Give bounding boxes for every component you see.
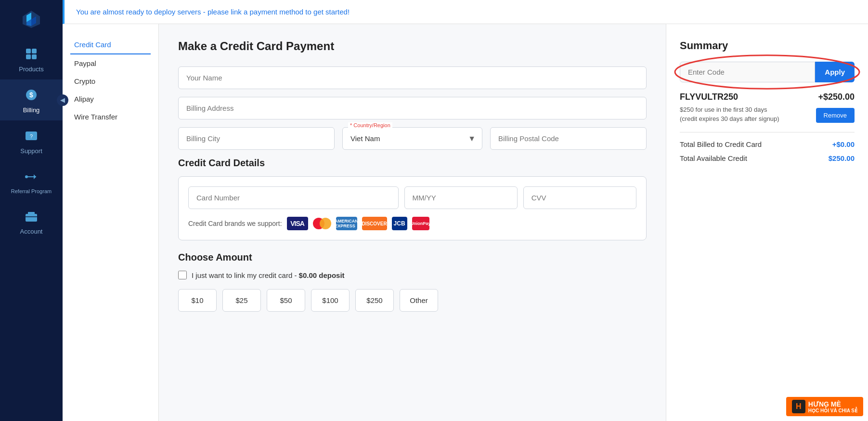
link-card-label: I just want to link my credit card - $0.… xyxy=(192,271,345,279)
amex-icon: AMERICAN EXPRESS xyxy=(336,217,357,230)
left-nav: Credit Card Paypal Crypto Alipay Wire Tr… xyxy=(63,24,159,421)
svg-rect-15 xyxy=(26,214,37,222)
summary-panel: Summary Apply FLYVULTR250 +$250.00 $250 … xyxy=(666,24,868,421)
svg-marker-13 xyxy=(34,174,36,179)
form-area: Make a Credit Card Payment * Country/Reg… xyxy=(159,24,666,421)
amount-other-button[interactable]: Other xyxy=(400,289,438,312)
amount-50-button[interactable]: $50 xyxy=(267,289,305,312)
promo-info-row: $250 for use in the first 30 days (credi… xyxy=(680,106,855,124)
banner: You are almost ready to deploy servers -… xyxy=(63,0,868,24)
country-select[interactable]: Viet Nam xyxy=(342,127,482,150)
sidebar-label-billing: Billing xyxy=(23,106,40,114)
billing-postal-input[interactable] xyxy=(490,127,647,150)
nav-item-crypto[interactable]: Crypto xyxy=(70,72,151,90)
billing-icon: $ xyxy=(23,86,40,104)
form-title: Make a Credit Card Payment xyxy=(178,39,647,53)
promo-code-row: Apply xyxy=(680,62,855,82)
jcb-icon: JCB xyxy=(392,217,407,230)
card-number-input[interactable] xyxy=(188,186,399,209)
choose-amount-title: Choose Amount xyxy=(178,252,647,263)
promo-descriptions: $250 for use in the first 30 days (credi… xyxy=(680,106,779,124)
referral-icon xyxy=(23,168,40,185)
card-brands: Credit Card brands we support: VISA AMER… xyxy=(188,217,636,230)
summary-title: Summary xyxy=(680,39,855,52)
promo-input[interactable] xyxy=(680,62,815,82)
svg-rect-6 xyxy=(26,54,31,59)
watermark-logo: H xyxy=(792,400,805,413)
total-billed-row: Total Billed to Credit Card +$0.00 xyxy=(680,140,855,148)
discover-icon: DISCOVER xyxy=(362,217,387,230)
nav-item-alipay[interactable]: Alipay xyxy=(70,90,151,108)
svg-rect-5 xyxy=(32,49,37,53)
country-label: * Country/Region xyxy=(348,122,392,128)
billing-address-input[interactable] xyxy=(178,97,647,119)
svg-rect-4 xyxy=(26,49,31,53)
card-details-box: Credit Card brands we support: VISA AMER… xyxy=(178,176,647,240)
sidebar-label-referral: Referral Program xyxy=(11,188,52,194)
content-area: Credit Card Paypal Crypto Alipay Wire Tr… xyxy=(63,24,868,421)
products-icon xyxy=(23,45,40,63)
card-brands-label: Credit Card brands we support: xyxy=(188,220,282,227)
visa-icon: VISA xyxy=(287,217,308,230)
sidebar-item-referral[interactable]: Referral Program xyxy=(0,161,63,201)
promo-code-amount: +$250.00 xyxy=(818,92,855,102)
promo-code-label-row: FLYVULTR250 +$250.00 xyxy=(680,92,855,102)
total-credit-row: Total Available Credit $250.00 xyxy=(680,154,855,162)
svg-point-14 xyxy=(25,175,28,178)
link-card-row: I just want to link my credit card - $0.… xyxy=(178,271,647,279)
total-billed-value: +$0.00 xyxy=(832,140,855,148)
banner-text: You are almost ready to deploy servers -… xyxy=(76,8,350,16)
promo-desc-2: (credit expires 30 days after signup) xyxy=(680,115,779,122)
sidebar-label-products: Products xyxy=(19,66,43,73)
amount-100-button[interactable]: $100 xyxy=(311,289,350,312)
sidebar-item-account[interactable]: Account xyxy=(0,201,63,242)
promo-desc-1: $250 for use in the first 30 days xyxy=(680,106,779,113)
total-credit-value: $250.00 xyxy=(829,154,855,162)
apply-button[interactable]: Apply xyxy=(815,62,855,82)
total-billed-label: Total Billed to Credit Card xyxy=(680,140,762,148)
billing-city-input[interactable] xyxy=(178,127,335,150)
svg-text:?: ? xyxy=(30,133,33,139)
divider-1 xyxy=(680,132,855,132)
nav-item-paypal[interactable]: Paypal xyxy=(70,54,151,72)
sidebar-label-support: Support xyxy=(20,147,42,155)
link-card-checkbox[interactable] xyxy=(178,271,187,279)
support-icon: ? xyxy=(23,127,40,145)
nav-item-wire-transfer[interactable]: Wire Transfer xyxy=(70,108,151,126)
sidebar-item-products[interactable]: Products xyxy=(0,39,63,79)
sidebar: Products $ Billing ◀ ? Support Referral … xyxy=(0,0,63,421)
promo-code-label: FLYVULTR250 xyxy=(680,92,738,102)
logo[interactable] xyxy=(17,5,46,34)
remove-button[interactable]: Remove xyxy=(816,108,855,123)
total-credit-label: Total Available Credit xyxy=(680,154,747,162)
amount-250-button[interactable]: $250 xyxy=(355,289,394,312)
sidebar-item-billing[interactable]: $ Billing ◀ xyxy=(0,79,63,120)
amount-row: $10 $25 $50 $100 $250 Other xyxy=(178,289,647,312)
svg-rect-16 xyxy=(28,212,35,215)
sidebar-label-account: Account xyxy=(20,228,43,235)
card-details-title: Credit Card Details xyxy=(178,158,647,169)
card-cvv-input[interactable] xyxy=(523,186,636,209)
unionpay-icon: UnionPay xyxy=(412,217,429,230)
svg-rect-7 xyxy=(32,54,37,59)
mastercard-icon xyxy=(313,218,331,229)
amount-25-button[interactable]: $25 xyxy=(222,289,261,312)
city-country-postal-row: * Country/Region Viet Nam ▼ xyxy=(178,127,647,150)
country-select-wrap: * Country/Region Viet Nam ▼ xyxy=(342,127,482,150)
nav-item-credit-card[interactable]: Credit Card xyxy=(70,36,151,54)
amount-10-button[interactable]: $10 xyxy=(178,289,217,312)
card-expiry-input[interactable] xyxy=(404,186,518,209)
card-inputs-row xyxy=(188,186,636,209)
watermark: H HƯNG MÈ HỌC HỎI VÀ CHIA SẺ xyxy=(786,397,863,416)
main-content: You are almost ready to deploy servers -… xyxy=(63,0,868,421)
account-icon xyxy=(23,208,40,225)
watermark-text: HƯNG MÈ HỌC HỎI VÀ CHIA SẺ xyxy=(808,400,857,413)
svg-text:$: $ xyxy=(29,91,33,99)
sidebar-item-support[interactable]: ? Support xyxy=(0,120,63,161)
your-name-input[interactable] xyxy=(178,66,647,89)
collapse-button[interactable]: ◀ xyxy=(57,94,68,106)
